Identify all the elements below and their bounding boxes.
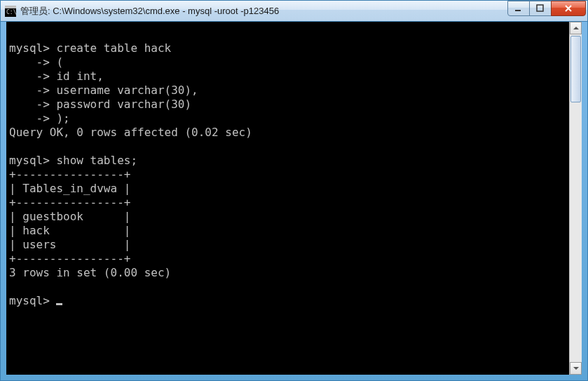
- terminal-text: mysql> create table hack -> ( -> id int,…: [9, 41, 252, 307]
- terminal-cursor: [56, 303, 62, 305]
- maximize-button[interactable]: [529, 1, 552, 16]
- svg-rect-4: [537, 5, 543, 11]
- client-area: mysql> create table hack -> ( -> id int,…: [6, 22, 582, 375]
- scrollbar-track[interactable]: [570, 34, 582, 362]
- close-button[interactable]: [551, 1, 586, 16]
- vertical-scrollbar[interactable]: [569, 22, 582, 375]
- scroll-up-button[interactable]: [570, 22, 582, 34]
- terminal-output[interactable]: mysql> create table hack -> ( -> id int,…: [6, 22, 569, 375]
- window-title: 管理员: C:\Windows\system32\cmd.exe - mysql…: [20, 5, 508, 18]
- maximize-icon: [536, 4, 545, 13]
- cmd-icon: C:\: [5, 6, 16, 17]
- minimize-icon: [514, 4, 523, 13]
- svg-rect-1: [5, 6, 16, 8]
- titlebar[interactable]: C:\ 管理员: C:\Windows\system32\cmd.exe - m…: [1, 1, 587, 22]
- app-window: C:\ 管理员: C:\Windows\system32\cmd.exe - m…: [0, 0, 588, 381]
- chevron-up-icon: [573, 26, 579, 30]
- scroll-down-button[interactable]: [570, 362, 582, 375]
- svg-rect-3: [515, 10, 521, 11]
- scrollbar-thumb[interactable]: [570, 36, 581, 102]
- svg-text:C:\: C:\: [6, 9, 16, 15]
- minimize-button[interactable]: [507, 1, 530, 16]
- close-icon: [563, 4, 573, 13]
- chevron-down-icon: [573, 366, 579, 370]
- window-controls: [508, 1, 586, 16]
